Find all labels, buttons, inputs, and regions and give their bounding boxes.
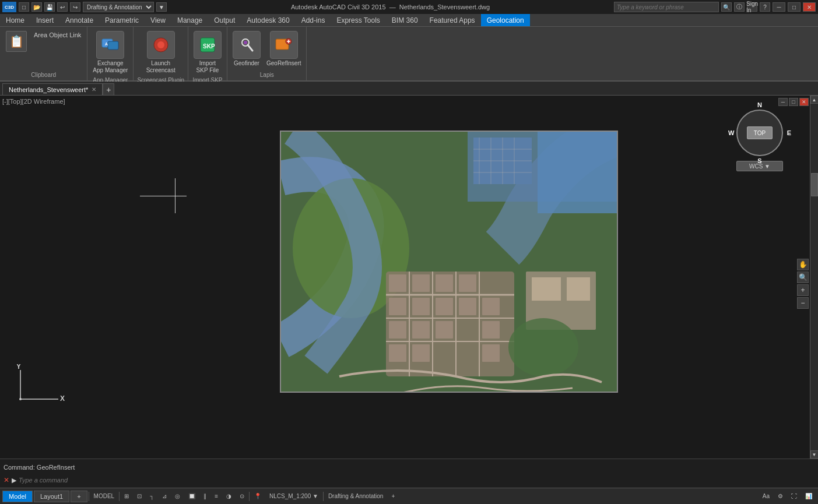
status-model-indicator[interactable]: MODEL — [90, 492, 118, 501]
menu-view[interactable]: View — [145, 14, 171, 26]
status-divider-1 — [89, 492, 89, 501]
fullscreen-btn[interactable]: ⛶ — [788, 492, 801, 501]
menu-output[interactable]: Output — [208, 14, 241, 26]
zoom-btn[interactable]: 🔍 — [797, 272, 809, 283]
doc-tab-label: Netherlands_Stevensweert* — [9, 86, 88, 93]
pan-btn[interactable]: ✋ — [797, 259, 809, 270]
app-status-btn[interactable]: 📊 — [802, 492, 816, 501]
command-area: Command: GeoRefInsert ✕ ▶ — [0, 459, 818, 488]
zoom-out-btn[interactable]: − — [797, 297, 809, 309]
exchange-icon: A — [96, 31, 124, 59]
annotation-scale-btn[interactable]: Aa — [759, 492, 773, 501]
compass-north: N — [757, 101, 762, 108]
menu-geolocation[interactable]: Geolocation — [481, 14, 530, 26]
ribbon-group-appmanager: A ExchangeApp Manager App Manager — [87, 27, 134, 80]
satellite-image — [280, 131, 618, 393]
doc-tab-close[interactable]: ✕ — [92, 86, 96, 93]
save-btn[interactable]: 💾 — [44, 2, 55, 12]
menu-addins[interactable]: Add-ins — [296, 14, 331, 26]
osnap-toggle[interactable]: ◎ — [171, 492, 184, 501]
svg-line-8 — [248, 45, 252, 51]
appmanager-content: A ExchangeApp Manager — [91, 29, 129, 76]
svg-text:X: X — [60, 394, 65, 403]
model-tab[interactable]: Model — [2, 491, 33, 502]
menu-expresstools[interactable]: Express Tools — [331, 14, 385, 26]
menu-annotate[interactable]: Annotate — [59, 14, 99, 26]
doc-tabs: Netherlands_Stevensweert* ✕ + — [0, 82, 818, 96]
signin-btn[interactable]: Sign In — [747, 2, 757, 12]
geofinder-label: Geofinder — [234, 60, 259, 67]
help-btn[interactable]: ? — [760, 2, 770, 12]
doc-tab-netherlands[interactable]: Netherlands_Stevensweert* ✕ — [2, 83, 103, 95]
app-icon: C3D — [2, 2, 16, 12]
scroll-up-btn[interactable]: ▲ — [810, 96, 819, 104]
coord-display[interactable]: 📍 — [251, 492, 265, 501]
open-btn[interactable]: 📂 — [31, 2, 42, 12]
info-btn[interactable]: ⓘ — [734, 2, 745, 12]
view-top-btn[interactable]: TOP — [747, 126, 773, 139]
zoom-in-btn[interactable]: + — [797, 284, 809, 296]
workspace-status[interactable]: Drafting & Annotation — [325, 492, 387, 501]
lwt-toggle[interactable]: ≡ — [211, 492, 222, 501]
area-object-link-btn[interactable]: Area Object Link — [31, 30, 83, 40]
maximize-btn[interactable]: □ — [788, 2, 801, 12]
workspace-dropdown-btn[interactable]: ▼ — [156, 2, 167, 12]
search-btn[interactable]: 🔍 — [721, 2, 732, 12]
menu-home[interactable]: Home — [0, 14, 30, 26]
close-btn[interactable]: ✕ — [803, 2, 816, 12]
undo-btn[interactable]: ↩ — [57, 2, 68, 12]
toolbar-toggle[interactable]: ⚙ — [774, 492, 787, 501]
layout1-tab[interactable]: Layout1 — [34, 491, 69, 502]
grid-toggle[interactable]: ⊞ — [121, 492, 132, 501]
import-skp-btn[interactable]: SKP ImportSKP File — [192, 29, 223, 76]
svg-rect-52 — [567, 277, 590, 301]
menu-bim360[interactable]: BIM 360 — [386, 14, 424, 26]
scroll-thumb[interactable] — [811, 173, 818, 196]
menu-autodesk360[interactable]: Autodesk 360 — [241, 14, 295, 26]
compass-ring[interactable]: N S W E TOP — [736, 110, 783, 156]
minimize-btn[interactable]: ─ — [773, 2, 785, 12]
otrack-toggle[interactable]: ∥ — [200, 492, 210, 501]
status-divider-4 — [323, 492, 324, 501]
scroll-down-btn[interactable]: ▼ — [810, 450, 819, 459]
polar-toggle[interactable]: ⊿ — [159, 492, 170, 501]
sel-cycling-toggle[interactable]: ⊙ — [236, 492, 248, 501]
add-tab-btn[interactable]: + — [103, 83, 114, 95]
3d-toggle[interactable]: 🔲 — [185, 492, 199, 501]
scroll-track — [811, 104, 818, 450]
paste-btn[interactable]: 📋 — [3, 29, 29, 54]
exchange-app-manager-btn[interactable]: A ExchangeApp Manager — [91, 29, 129, 76]
add-layout-btn[interactable]: + — [71, 491, 87, 502]
svg-rect-37 — [459, 274, 476, 292]
ribbon-group-clipboard: 📋 Area Object Link Clipboard — [0, 27, 87, 80]
ortho-toggle[interactable]: ┐ — [146, 492, 157, 501]
new-btn[interactable]: □ — [19, 2, 29, 12]
titlebar-right: 🔍 ⓘ Sign In ? ─ □ ✕ — [614, 2, 816, 12]
snap-toggle[interactable]: ⊡ — [134, 492, 145, 501]
menu-featuredapps[interactable]: Featured Apps — [424, 14, 481, 26]
viewport-maximize-btn[interactable]: □ — [789, 98, 798, 106]
svg-rect-51 — [532, 277, 561, 301]
workspace-select[interactable]: Drafting & Annotation — [83, 2, 154, 12]
georefinsert-btn[interactable]: GeoRefInsert — [265, 29, 303, 69]
transparency-toggle[interactable]: ◑ — [223, 492, 235, 501]
scale-display[interactable]: NLCS_M_1:200 ▼ — [266, 492, 322, 501]
redo-btn[interactable]: ↪ — [70, 2, 80, 12]
viewport-minimize-btn[interactable]: ─ — [778, 98, 788, 106]
command-input[interactable] — [19, 477, 815, 484]
svg-rect-43 — [389, 321, 406, 339]
launch-screencast-btn[interactable]: LaunchScreencast — [145, 29, 177, 76]
menu-parametric[interactable]: Parametric — [99, 14, 145, 26]
ribbon-group-importskp: SKP ImportSKP File Import SKP — [188, 27, 227, 80]
add-workspace-btn[interactable]: + — [388, 492, 398, 501]
svg-point-53 — [508, 318, 578, 376]
compass-east: E — [787, 129, 791, 136]
svg-rect-1 — [108, 41, 118, 50]
geofinder-btn[interactable]: Geofinder — [231, 29, 262, 69]
keyword-search-input[interactable] — [614, 2, 719, 12]
menu-manage[interactable]: Manage — [171, 14, 208, 26]
app-title: Autodesk AutoCAD Civil 3D 2015 — [291, 3, 386, 10]
menu-insert[interactable]: Insert — [30, 14, 59, 26]
viewport-close-btn[interactable]: ✕ — [799, 98, 809, 106]
viewport-label: [-][Top][2D Wireframe] — [2, 98, 65, 105]
